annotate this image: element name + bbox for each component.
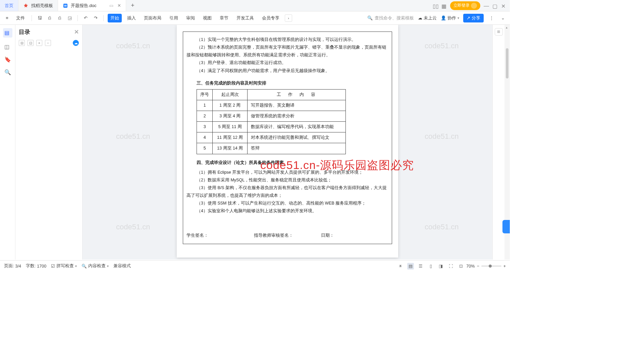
content-check-button[interactable]: 🔍 内容检查 ▾	[82, 263, 109, 269]
tab-layout[interactable]: 页面布局	[141, 14, 164, 22]
document-page: （1）实现一个完整的大学生科创项目在线管理系统的设计与实现，可以运行演示。 （2…	[177, 25, 398, 258]
tab-start[interactable]: 开始	[108, 14, 122, 22]
login-button[interactable]: 立即登录	[450, 1, 480, 10]
collapse-ribbon-icon[interactable]: ⌄	[499, 14, 506, 22]
collab-button[interactable]: 👤协作▾	[441, 15, 459, 21]
layout-icon[interactable]: ▯▯	[433, 3, 438, 8]
undo-icon[interactable]: ↶	[82, 14, 89, 22]
page-view-icon[interactable]: ▤	[407, 263, 414, 270]
bookmark-icon[interactable]: 🔖	[4, 56, 11, 63]
schedule-table: 序号起止周次工 作 内 容 11 周至 2 周写开题报告、英文翻译 23 周至 …	[197, 89, 346, 154]
search-input[interactable]: 🔍查找命令、搜索模板	[367, 15, 414, 21]
remove-level-icon[interactable]: −	[45, 40, 51, 46]
menu-icon[interactable]: ≡	[3, 14, 11, 22]
add-level-icon[interactable]: +	[36, 40, 42, 46]
tab-dev[interactable]: 开发工具	[234, 14, 257, 22]
tab-document[interactable]: W 开题报告.doc ▭ ✕	[58, 0, 126, 11]
zoom-control[interactable]: ⊡ 70% − +	[458, 263, 506, 270]
nav-icon[interactable]: ◫	[4, 44, 11, 50]
outline-view-icon[interactable]: ☰	[417, 263, 424, 270]
status-bar: 页面: 3/4 字数: 1700 ☑ 拼写检查 ▾ 🔍 内容检查 ▾ 兼容模式 …	[0, 260, 510, 272]
outline-icon[interactable]: ▤	[3, 28, 12, 38]
page-indicator[interactable]: 页面: 3/4	[4, 263, 21, 269]
template-icon	[23, 3, 29, 8]
tab-chapter[interactable]: 章节	[217, 14, 231, 22]
cloud-icon: ☁	[418, 15, 422, 20]
left-rail: ▤ ◫ 🔖 🔍	[0, 25, 15, 260]
scroll-thumb[interactable]	[506, 48, 508, 78]
close-icon[interactable]: ✕	[117, 3, 121, 8]
word-icon: W	[63, 3, 68, 8]
redo-icon[interactable]: ↷	[92, 14, 99, 22]
svg-text:W: W	[64, 4, 67, 7]
collapse-all-icon[interactable]: ⊟	[19, 40, 25, 46]
share-button[interactable]: ↗分享	[463, 14, 484, 22]
apps-icon[interactable]: ▦	[441, 3, 447, 8]
zoom-slider[interactable]	[481, 266, 501, 267]
maximize-icon[interactable]: ▢	[492, 3, 498, 8]
collab-icon: 👤	[441, 15, 446, 20]
more-tabs-icon[interactable]: ›	[285, 14, 292, 22]
minimize-icon[interactable]: —	[484, 3, 489, 8]
tab-insert[interactable]: 插入	[124, 14, 139, 22]
tab-view[interactable]: 视图	[200, 14, 214, 22]
document-canvas[interactable]: code51.cn code51.cn code51.cn code51.cn …	[83, 25, 492, 260]
search-icon: 🔍	[367, 15, 373, 20]
ribbon-more-icon[interactable]: ⋮	[488, 14, 495, 22]
save-icon[interactable]: 🖫	[36, 14, 43, 22]
share-icon: ↗	[467, 15, 470, 20]
zoom-out-icon[interactable]: −	[477, 264, 479, 269]
web-view-icon[interactable]: ▯	[427, 263, 434, 270]
file-menu[interactable]: 文件	[13, 14, 28, 22]
fit-width-icon[interactable]: ⊡	[458, 263, 464, 270]
scrollbar[interactable]: ▴	[504, 25, 510, 260]
toc-panel: 目录✕ ⊟ ⊡ + − ☁	[15, 25, 83, 260]
find-icon[interactable]: 🔍	[4, 69, 11, 76]
window-mode-icon[interactable]: ▭	[109, 3, 113, 8]
tab-review[interactable]: 审阅	[183, 14, 198, 22]
print-icon[interactable]: ⎙	[56, 14, 63, 22]
preview-icon[interactable]: ◲	[66, 14, 73, 22]
tab-reference[interactable]: 引用	[167, 14, 181, 22]
expand-all-icon[interactable]: ⊡	[28, 40, 34, 46]
new-tab-button[interactable]: +	[126, 0, 140, 11]
tab-templates[interactable]: 找稻壳模板	[18, 0, 58, 11]
word-count[interactable]: 字数: 1700	[26, 263, 46, 269]
tab-vip[interactable]: 会员专享	[259, 14, 282, 22]
panel-toggle-icon[interactable]: ≡	[495, 28, 503, 36]
fullscreen-icon[interactable]: ⛶	[447, 263, 454, 270]
zoom-in-icon[interactable]: +	[503, 264, 506, 269]
toc-title: 目录	[19, 28, 30, 36]
focus-view-icon[interactable]: ◨	[437, 263, 444, 270]
tab-home[interactable]: 首页	[0, 0, 18, 11]
close-toc-icon[interactable]: ✕	[74, 28, 79, 36]
scroll-up-icon[interactable]: ▴	[506, 25, 507, 29]
toc-badge-icon[interactable]: ☁	[73, 40, 79, 46]
compat-mode[interactable]: 兼容模式	[113, 263, 131, 269]
side-tab-icon[interactable]	[502, 220, 510, 233]
close-window-icon[interactable]: ✕	[501, 3, 506, 8]
spellcheck-button[interactable]: ☑ 拼写检查 ▾	[51, 263, 77, 269]
export-icon[interactable]: ⎙	[46, 14, 53, 22]
reading-mode-icon[interactable]: ☀	[397, 263, 404, 270]
avatar-icon	[471, 3, 477, 9]
cloud-status[interactable]: ☁未上云	[418, 15, 437, 21]
